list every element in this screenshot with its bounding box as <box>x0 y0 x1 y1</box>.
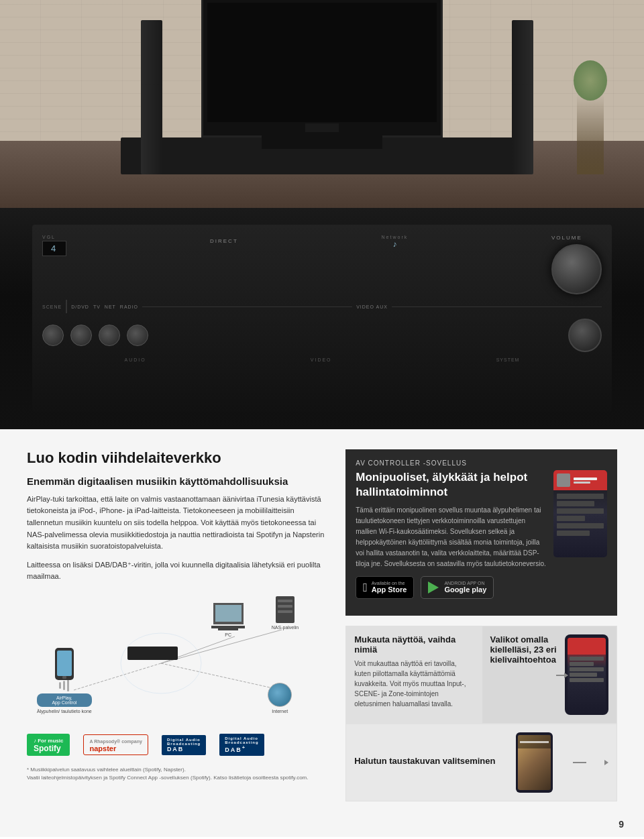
section-subtitle: Enemmän digitaalisen musiikin käyttömahd… <box>27 475 325 488</box>
android-large-text: Google play <box>444 585 486 594</box>
app-badges:  Available on the App Store ANDROID APP… <box>356 576 607 599</box>
phone-mock-screen <box>568 638 606 712</box>
app-list-item <box>557 494 604 499</box>
receiver-panel: VGL 4 DIRECT Network ♪ VOLUME SCENE D/D <box>32 225 612 412</box>
phone-mock-header <box>568 638 606 655</box>
dab-logo: Digital Audio Broadcasting DAB <box>162 735 206 755</box>
feature-title-1: Mukauta näyttöä, vaihda nimiä <box>354 634 472 655</box>
phone-diagram-icon: AirPlay,App Control Älypuhelin/ taulutie… <box>37 648 92 714</box>
svg-line-3 <box>161 663 282 690</box>
right-column: AV Controller -sovellus <box>345 449 617 801</box>
receiver-image: VGL 4 DIRECT Network ♪ VOLUME SCENE D/D <box>0 208 644 429</box>
nas-diagram: NAS-palvelin <box>272 596 299 630</box>
brand-logos: ♪ For music Spotify A Rhapsody® company … <box>27 734 325 756</box>
feature-box-2: Valikot omalla kiellelläsi, 23 eri kieli… <box>482 626 617 724</box>
app-screen-header <box>553 470 607 490</box>
phone-mock-item <box>570 662 594 666</box>
phone-mock-item <box>570 657 604 661</box>
av-controller-section: AV Controller -sovellus <box>345 449 617 616</box>
page-footer: 9 <box>0 815 644 837</box>
internet-diagram: Internet <box>268 683 292 714</box>
feature-desc-1: Voit mukauttaa näyttöä eri tavoilla, kut… <box>354 659 472 709</box>
phone-mock-content <box>568 655 606 685</box>
phone-mockup-bg <box>516 732 553 793</box>
app-screenshot <box>553 470 607 557</box>
nas-label: NAS-palvelin <box>272 625 299 630</box>
app-screen-thumb <box>557 473 570 487</box>
network-diagram: AirPlay,App Control Älypuhelin/ taulutie… <box>27 590 325 724</box>
phone-label: Älypuhelin/ taulutieto kone <box>37 709 92 714</box>
app-store-badge[interactable]:  Available on the App Store <box>356 576 414 599</box>
av-controller-header: AV Controller -sovellus <box>356 459 607 467</box>
phone-mock-item <box>570 673 597 677</box>
airplay-bubble: AirPlay,App Control <box>37 693 92 707</box>
app-store-large-text: App Store <box>372 585 407 594</box>
feature-title-3: Halutun taustakuvan valitseminen <box>354 756 495 766</box>
spotify-logo: ♪ For music Spotify <box>27 734 70 756</box>
app-list-item <box>557 530 590 536</box>
page-number: 9 <box>619 819 624 830</box>
apple-icon:  <box>363 581 368 594</box>
google-play-badge[interactable]: ANDROID APP ON Google play <box>421 576 494 599</box>
play-icon <box>428 581 440 594</box>
app-screen-list <box>553 490 607 541</box>
footnote: * Musiikkipalvelun saatavuus vaihtelee a… <box>27 766 325 782</box>
app-list-item <box>557 501 594 506</box>
internet-label: Internet <box>268 709 292 714</box>
section-title: Luo kodin viihdelaiteverkko <box>27 449 325 467</box>
phone-mock-item <box>570 678 604 682</box>
phone-mockup-language <box>565 634 608 715</box>
page-wrapper: VGL 4 DIRECT Network ♪ VOLUME SCENE D/D <box>0 0 644 837</box>
feature-box-3: Halutun taustakuvan valitseminen <box>345 724 617 801</box>
app-list-item <box>557 516 585 521</box>
features-grid: Mukauta näyttöä, vaihda nimiä Voit mukau… <box>345 626 617 801</box>
app-store-small-text: Available on the <box>372 581 407 585</box>
app-list-item <box>557 523 604 528</box>
napster-logo: A Rhapsody® company napster <box>83 734 148 755</box>
hero-image <box>0 0 644 208</box>
body-text-2: Laitteessa on lisäksi DAB/DAB⁺-viritin, … <box>27 559 325 583</box>
pc-diagram: PC <box>211 603 245 637</box>
body-text-1: AirPlay-tuki tarkoittaa, että laite on v… <box>27 494 325 553</box>
app-list-item <box>557 508 604 514</box>
receiver-diagram <box>127 647 178 662</box>
android-small-text: ANDROID APP ON <box>444 581 486 585</box>
phone-mock-item <box>570 667 604 671</box>
left-column: Luo kodin viihdelaiteverkko Enemmän digi… <box>27 449 325 801</box>
dab-plus-logo: Digital Audio Broadcasting DAB+ <box>219 734 264 756</box>
pc-label: PC <box>211 632 245 637</box>
main-content: Luo kodin viihdelaiteverkko Enemmän digi… <box>0 429 644 815</box>
feature-box-1: Mukauta näyttöä, vaihda nimiä Voit mukau… <box>345 626 481 724</box>
